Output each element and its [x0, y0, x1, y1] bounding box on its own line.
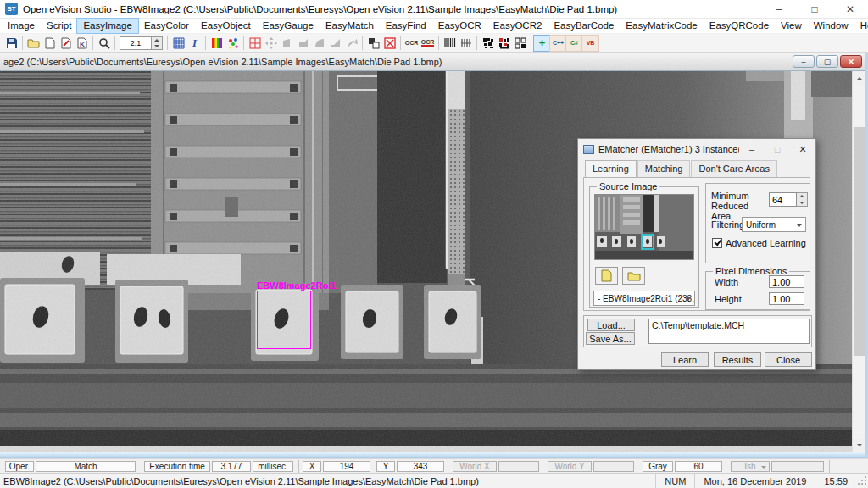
barcode-reader-icon[interactable]	[458, 36, 474, 51]
width-label: Width	[715, 277, 738, 287]
grid-icon[interactable]	[170, 36, 186, 51]
execution-time-unit: millisec.	[253, 461, 293, 472]
scrollbar-thumb[interactable]	[854, 127, 865, 356]
roi-box-icon[interactable]	[247, 36, 263, 51]
menu-easyocr[interactable]: EasyOCR	[432, 19, 487, 33]
template-file-group: Load... Save As... C:\Temp\template.MCH	[583, 315, 812, 347]
tab-dont-care-areas[interactable]: Don't Care Areas	[691, 160, 776, 177]
toolbar-separator	[243, 36, 244, 50]
menu-easyqrcode[interactable]: EasyQRCode	[704, 19, 775, 33]
close-icon[interactable]: ✕	[832, 0, 868, 18]
advanced-learning-checkbox[interactable]	[712, 238, 722, 248]
roi-rectangle[interactable]	[257, 291, 311, 349]
window-title: Open eVision Studio - EBW8Image2 (C:\Use…	[23, 4, 761, 14]
dialog-maximize-icon[interactable]: □	[765, 139, 790, 159]
new-template-button[interactable]	[595, 267, 618, 285]
cpp-code-icon[interactable]: C++	[550, 36, 566, 51]
results-button[interactable]: Results	[714, 352, 761, 367]
child-restore-icon[interactable]: ▢	[816, 55, 838, 68]
dialog-minimize-icon[interactable]: –	[739, 139, 765, 159]
min-reduced-area-input[interactable]	[769, 192, 797, 207]
close-button[interactable]: Close	[765, 352, 812, 367]
vb-code-icon[interactable]: VB	[582, 36, 598, 51]
toolbar-separator	[167, 36, 168, 50]
menu-easymatch[interactable]: EasyMatch	[320, 19, 380, 33]
learn-button[interactable]: Learn	[661, 352, 709, 367]
dialog-close-icon[interactable]: ✕	[790, 139, 815, 159]
matrixcode2-icon[interactable]	[496, 36, 512, 51]
minimize-icon[interactable]: –	[761, 0, 797, 18]
maximize-icon[interactable]: □	[797, 0, 832, 18]
image-window-title: age2 (C:\Users\Public\Documents\Euresys\…	[3, 57, 791, 67]
scrollbar-track[interactable]	[853, 85, 865, 438]
roi-select[interactable]: - EBW8Image2Roi1 (233,	[593, 291, 695, 306]
zoom-ratio-select[interactable]: 2:1	[120, 36, 163, 50]
menu-window[interactable]: Window	[808, 19, 854, 33]
min-reduced-area-spinner[interactable]	[797, 192, 808, 207]
app-status-bar: EBW8Image2 (C:\Users\Public\Documents\Eu…	[0, 473, 868, 488]
menu-script[interactable]: Script	[41, 19, 77, 33]
scroll-down-icon[interactable]	[853, 438, 865, 452]
menu-easyimage[interactable]: EasyImage	[77, 19, 138, 33]
csharp-code-icon[interactable]: C#	[566, 36, 582, 51]
kernel-icon[interactable]: K	[74, 36, 90, 51]
menu-easymatrixcode[interactable]: EasyMatrixCode	[620, 19, 703, 33]
menu-image[interactable]: Image	[2, 19, 41, 33]
width-input[interactable]	[769, 275, 804, 288]
load-button[interactable]: Load...	[587, 319, 635, 331]
child-close-icon[interactable]: ✕	[840, 55, 862, 68]
x-label: X	[303, 461, 321, 472]
scroll-up-icon[interactable]	[853, 71, 865, 85]
ish-label: Ish	[744, 462, 755, 471]
rotate-a-icon	[279, 36, 295, 51]
filtering-select[interactable]: Uniform	[742, 217, 806, 232]
template-path[interactable]: C:\Temp\template.MCH	[648, 319, 810, 344]
menu-easyocr2[interactable]: EasyOCR2	[487, 19, 548, 33]
menu-view[interactable]: View	[775, 19, 808, 33]
dialog-titlebar[interactable]: EMatcher (EMatcher1) 3 Instance(s) F... …	[578, 139, 815, 159]
tab-matching[interactable]: Matching	[637, 160, 691, 177]
save-icon[interactable]	[3, 36, 19, 51]
height-input[interactable]	[769, 292, 804, 305]
menu-easycolor[interactable]: EasyColor	[138, 19, 195, 33]
ish-value	[771, 461, 824, 472]
ocr2-icon[interactable]: OCR	[420, 36, 436, 51]
open-icon[interactable]	[25, 36, 42, 51]
lut-palette-icon[interactable]	[209, 36, 225, 51]
menu-easygauge[interactable]: EasyGauge	[257, 19, 320, 33]
barcode-icon[interactable]	[442, 36, 458, 51]
interpolate-icon[interactable]: I	[186, 36, 203, 51]
resize-icon[interactable]	[381, 36, 398, 51]
zoom-ratio-value[interactable]: 2:1	[120, 36, 152, 50]
new-image-icon[interactable]	[42, 36, 58, 51]
app-titlebar: ST Open eVision Studio - EBW8Image2 (C:\…	[0, 0, 868, 19]
zoom-icon[interactable]	[96, 36, 112, 51]
open-template-button[interactable]	[622, 267, 645, 285]
vertical-scrollbar[interactable]	[852, 71, 865, 452]
zoom-ratio-spinner[interactable]	[152, 36, 163, 50]
toolbar-separator	[22, 36, 23, 50]
status-time: 15:59	[815, 474, 856, 488]
toolbar-separator	[476, 36, 477, 50]
child-minimize-icon[interactable]: –	[793, 55, 815, 68]
qrcode-icon[interactable]	[512, 36, 528, 51]
add-instance-icon[interactable]: +	[534, 36, 550, 51]
ocr-icon[interactable]: OCR	[403, 36, 420, 51]
source-image-thumbnail[interactable]	[594, 194, 694, 260]
image-window-titlebar[interactable]: age2 (C:\Users\Public\Documents\Euresys\…	[0, 53, 865, 71]
menu-easyobject[interactable]: EasyObject	[195, 19, 257, 33]
menu-help[interactable]: Help	[854, 19, 868, 33]
edit-script-icon[interactable]	[58, 36, 74, 51]
toolbar-separator	[362, 36, 363, 50]
save-as-button[interactable]: Save As...	[586, 332, 635, 345]
matrixcode-icon[interactable]	[480, 36, 496, 51]
menu-easyfind[interactable]: EasyFind	[380, 19, 432, 33]
copy-squares-icon[interactable]	[365, 36, 381, 51]
tab-learning[interactable]: Learning	[585, 160, 637, 177]
color-dots-icon[interactable]	[225, 36, 241, 51]
world-y-value	[593, 461, 634, 472]
resize-grip[interactable]	[856, 474, 868, 488]
menu-easybarcode[interactable]: EasyBarCode	[548, 19, 620, 33]
flip-icon	[311, 36, 327, 51]
dialog-icon	[583, 145, 594, 154]
